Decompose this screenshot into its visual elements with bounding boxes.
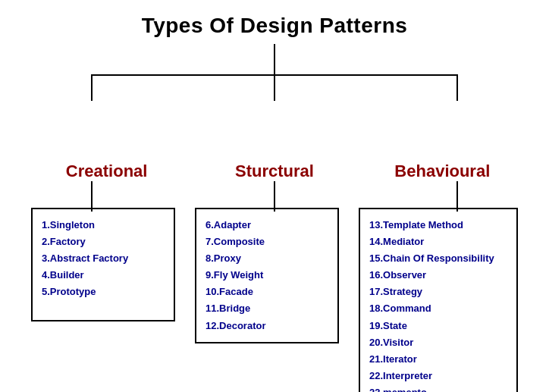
list-item: 9.Fly Weight: [205, 267, 328, 284]
list-item: 7.Composite: [205, 234, 328, 250]
list-item: 3.Abstract Factory: [42, 250, 165, 267]
line-cat-center: [274, 181, 275, 212]
list-item: 22.Interpreter: [369, 368, 507, 384]
line-cat-left: [91, 181, 93, 212]
list-item: 23.memento: [369, 384, 507, 392]
list-item: 19.State: [369, 318, 507, 334]
list-item: 17.Strategy: [369, 284, 507, 300]
list-item: 20.Visitor: [369, 334, 507, 351]
list-item: 13.Template Method: [369, 217, 507, 234]
category-behavioural: Behavioural: [374, 162, 510, 181]
lines-to-boxes: [0, 181, 549, 208]
list-item: 16.Observer: [369, 267, 507, 284]
list-item: 4.Builder: [42, 267, 165, 284]
category-structural: Sturctural: [206, 162, 343, 181]
line-center-down: [274, 74, 275, 101]
list-item: 18.Command: [369, 300, 507, 317]
list-item: 10.Facade: [205, 284, 328, 300]
tree-container: [0, 44, 549, 105]
list-item: 15.Chain Of Responsibility: [369, 250, 507, 267]
list-item: 11.Bridge: [205, 300, 328, 317]
list-item: 8.Proxy: [205, 250, 328, 267]
list-item: 5.Prototype: [42, 284, 165, 300]
boxes-row: 1.Singleton 2.Factory 3.Abstract Factory…: [0, 208, 549, 392]
list-item: 2.Factory: [42, 234, 165, 250]
line-right-down: [456, 74, 458, 101]
page: Types Of Design Patterns Creational Stur…: [0, 0, 549, 392]
behavioural-box: 13.Template Method 14.Mediator 15.Chain …: [359, 208, 518, 392]
structural-box: 6.Adapter 7.Composite 8.Proxy 9.Fly Weig…: [195, 208, 339, 343]
list-item: 14.Mediator: [369, 234, 507, 250]
list-item: 21.Iterator: [369, 351, 507, 368]
creational-box: 1.Singleton 2.Factory 3.Abstract Factory…: [31, 208, 175, 321]
line-top-vertical: [274, 44, 275, 74]
list-item: 6.Adapter: [205, 217, 328, 234]
page-title: Types Of Design Patterns: [0, 0, 549, 38]
categories-row: Creational Sturctural Behavioural: [0, 162, 549, 181]
line-left-down: [91, 74, 93, 101]
list-item: 1.Singleton: [42, 217, 165, 234]
list-item: 12.Decorator: [205, 318, 328, 334]
line-cat-right: [456, 181, 458, 212]
category-creational: Creational: [39, 162, 175, 181]
